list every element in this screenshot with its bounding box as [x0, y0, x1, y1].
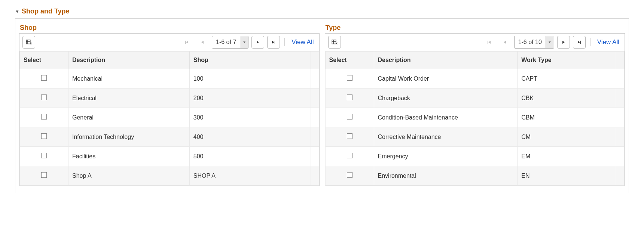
row-range-selector[interactable]: 1-6 of 7 — [212, 36, 248, 49]
select-cell — [325, 147, 374, 166]
first-page-button — [180, 36, 193, 49]
last-page-button[interactable] — [267, 36, 280, 49]
svg-rect-9 — [275, 41, 275, 44]
svg-rect-10 — [332, 40, 336, 44]
table-row: Information Technology400 — [20, 127, 319, 147]
code-cell: 100 — [189, 69, 311, 89]
type-toolbar: 1-6 of 10 View All — [325, 34, 625, 51]
description-cell: Shop A — [68, 166, 190, 186]
next-page-button[interactable] — [557, 36, 570, 49]
col-header-tail — [616, 52, 625, 69]
row-range-text: 1-6 of 7 — [212, 39, 240, 46]
select-cell — [20, 89, 68, 108]
tail-cell — [616, 89, 625, 108]
description-cell: Corrective Maintenance — [374, 127, 518, 147]
description-cell: Capital Work Order — [374, 69, 518, 89]
select-cell — [325, 166, 374, 186]
section-toggle[interactable]: ▼ Shop and Type — [15, 7, 629, 15]
svg-marker-4 — [186, 41, 188, 44]
table-row: ChargebackCBK — [325, 89, 625, 108]
checkbox[interactable] — [347, 133, 352, 139]
svg-marker-15 — [504, 41, 506, 44]
select-cell — [20, 108, 68, 127]
prev-page-button — [498, 36, 511, 49]
type-grid-title: Type — [326, 24, 625, 32]
checkbox[interactable] — [41, 75, 47, 81]
tail-cell — [616, 69, 625, 89]
type-grid: 1-6 of 10 View All — [325, 33, 625, 186]
prev-page-button — [196, 36, 209, 49]
next-page-button[interactable] — [251, 36, 264, 49]
description-cell: Information Technology — [68, 127, 190, 147]
tail-cell — [616, 166, 625, 186]
col-header-shop: Shop — [189, 52, 311, 69]
select-cell — [20, 147, 68, 166]
svg-rect-0 — [26, 40, 30, 44]
checkbox[interactable] — [41, 172, 47, 178]
tail-cell — [311, 127, 319, 147]
code-cell: 200 — [189, 89, 311, 108]
shop-table: Select Description Shop Mechanical100Ele… — [19, 51, 319, 186]
col-header-description: Description — [374, 52, 518, 69]
tail-cell — [311, 108, 319, 127]
table-row: Shop ASHOP A — [20, 166, 319, 186]
section-title: Shop and Type — [22, 7, 70, 15]
svg-marker-16 — [549, 41, 551, 43]
checkbox[interactable] — [347, 153, 352, 158]
tail-cell — [311, 69, 319, 89]
table-row: Capital Work OrderCAPT — [325, 69, 625, 89]
code-cell: EM — [518, 147, 616, 166]
svg-marker-14 — [488, 41, 491, 44]
row-range-selector[interactable]: 1-6 of 10 — [514, 36, 554, 49]
checkbox[interactable] — [41, 114, 47, 120]
description-cell: General — [68, 108, 190, 127]
checkbox[interactable] — [347, 172, 352, 178]
tail-cell — [311, 166, 319, 186]
description-cell: Electrical — [68, 89, 190, 108]
grid-settings-button[interactable] — [328, 36, 341, 49]
shop-grid-title: Shop — [20, 24, 320, 32]
grid-settings-button[interactable] — [22, 36, 35, 49]
divider — [284, 38, 285, 46]
table-row: General300 — [20, 108, 319, 127]
table-row: Electrical200 — [20, 89, 319, 108]
chevron-down-icon[interactable] — [240, 36, 248, 48]
table-row: Facilities500 — [20, 147, 319, 166]
view-all-link[interactable]: View All — [597, 38, 619, 46]
view-all-link[interactable]: View All — [292, 38, 314, 46]
code-cell: SHOP A — [189, 166, 311, 186]
code-cell: CM — [518, 127, 616, 147]
checkbox[interactable] — [347, 75, 352, 81]
description-cell: Emergency — [374, 147, 518, 166]
code-cell: CBM — [518, 108, 616, 127]
description-cell: Condition-Based Maintenance — [374, 108, 518, 127]
checkbox[interactable] — [347, 114, 352, 120]
checkbox[interactable] — [347, 94, 352, 100]
description-cell: Environmental — [374, 166, 518, 186]
checkbox[interactable] — [41, 153, 47, 158]
code-cell: 400 — [189, 127, 311, 147]
description-cell: Facilities — [68, 147, 190, 166]
chevron-down-icon[interactable] — [546, 36, 554, 48]
svg-rect-13 — [488, 41, 488, 44]
tail-cell — [616, 108, 625, 127]
table-row: Mechanical100 — [20, 69, 319, 89]
tail-cell — [311, 147, 319, 166]
select-cell — [20, 69, 68, 89]
code-cell: 500 — [189, 147, 311, 166]
table-row: Corrective MaintenanceCM — [325, 127, 625, 147]
checkbox[interactable] — [41, 133, 47, 139]
tail-cell — [616, 147, 625, 166]
svg-marker-6 — [243, 41, 245, 43]
select-cell — [325, 127, 374, 147]
chevron-down-icon: ▼ — [15, 9, 19, 14]
description-cell: Chargeback — [374, 89, 518, 108]
type-table: Select Description Work Type Capital Wor… — [325, 51, 625, 186]
col-header-select: Select — [325, 52, 374, 69]
code-cell: EN — [518, 166, 616, 186]
checkbox[interactable] — [41, 94, 47, 100]
row-range-text: 1-6 of 10 — [515, 39, 546, 46]
col-header-description: Description — [68, 52, 190, 69]
last-page-button[interactable] — [573, 36, 586, 49]
first-page-button — [483, 36, 495, 49]
